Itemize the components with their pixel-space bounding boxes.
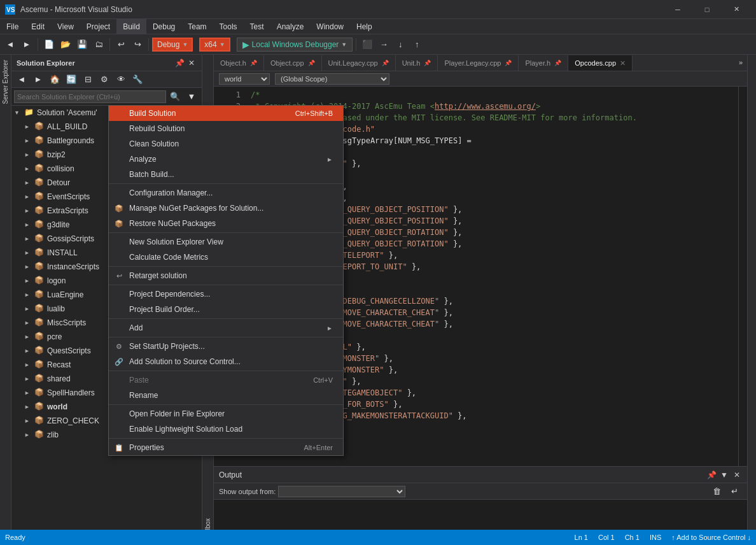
cm-sep-4: [109, 285, 343, 285]
cm-restore-icon: 📦: [114, 218, 124, 229]
cm-new-explorer-view[interactable]: New Solution Explorer View: [109, 234, 343, 250]
cm-build-solution-label: Build Solution: [129, 109, 176, 118]
cm-config-manager[interactable]: Configuration Manager...: [109, 185, 343, 201]
cm-lightweight-load-label: Enable Lightweight Solution Load: [129, 425, 242, 434]
cm-code-metrics[interactable]: Calculate Code Metrics: [109, 250, 343, 265]
cm-add-source-control-label: Add Solution to Source Control...: [129, 357, 241, 366]
cm-source-control-icon: 🔗: [114, 357, 124, 367]
cm-code-metrics-label: Calculate Code Metrics: [129, 253, 208, 262]
cm-sep-7: [109, 371, 343, 371]
cm-clean-solution-label: Clean Solution: [129, 139, 179, 148]
cm-analyze[interactable]: Analyze ►: [109, 152, 343, 167]
cm-sep-3: [109, 266, 343, 267]
cm-add[interactable]: Add ►: [109, 320, 343, 336]
cm-manage-nuget[interactable]: 📦 Manage NuGet Packages for Solution...: [109, 201, 343, 216]
cm-paste[interactable]: Paste Ctrl+V: [109, 372, 343, 388]
cm-rebuild-solution[interactable]: Rebuild Solution: [109, 121, 343, 136]
cm-build-solution[interactable]: Build Solution Ctrl+Shift+B: [109, 106, 343, 121]
cm-rename[interactable]: Rename: [109, 388, 343, 403]
cm-batch-build[interactable]: Batch Build...: [109, 167, 343, 182]
cm-restore-nuget[interactable]: 📦 Restore NuGet Packages: [109, 216, 343, 231]
cm-properties-label: Properties: [129, 443, 164, 452]
cm-project-build-order-label: Project Build Order...: [129, 305, 200, 314]
cm-properties-shortcut: Alt+Enter: [304, 444, 333, 451]
cm-sep-9: [109, 438, 343, 439]
cm-sep-8: [109, 404, 343, 405]
cm-sep-6: [109, 337, 343, 337]
cm-project-dependencies[interactable]: Project Dependencies...: [109, 287, 343, 302]
cm-sep-2: [109, 232, 343, 233]
cm-set-startup[interactable]: ⚙ Set StartUp Projects...: [109, 339, 343, 354]
cm-restore-nuget-label: Restore NuGet Packages: [129, 219, 216, 228]
cm-clean-solution[interactable]: Clean Solution: [109, 136, 343, 152]
cm-sep-5: [109, 318, 343, 319]
cm-startup-icon: ⚙: [114, 341, 124, 351]
cm-analyze-label: Analyze: [129, 155, 157, 164]
cm-rebuild-solution-label: Rebuild Solution: [129, 124, 185, 133]
cm-properties-icon: 📋: [114, 442, 124, 453]
cm-add-source-control[interactable]: 🔗 Add Solution to Source Control...: [109, 354, 343, 369]
cm-manage-nuget-label: Manage NuGet Packages for Solution...: [129, 204, 263, 213]
cm-set-startup-label: Set StartUp Projects...: [129, 342, 205, 351]
cm-open-folder[interactable]: Open Folder in File Explorer: [109, 406, 343, 421]
cm-paste-label: Paste: [129, 376, 149, 385]
cm-paste-shortcut: Ctrl+V: [313, 376, 333, 384]
cm-retarget-icon: ↩: [114, 271, 124, 281]
cm-lightweight-load[interactable]: Enable Lightweight Solution Load: [109, 421, 343, 437]
cm-sep-1: [109, 183, 343, 184]
cm-project-dependencies-label: Project Dependencies...: [129, 290, 210, 299]
cm-open-folder-label: Open Folder in File Explorer: [129, 409, 225, 418]
cm-properties[interactable]: 📋 Properties Alt+Enter: [109, 440, 343, 455]
cm-retarget-label: Retarget solution: [129, 271, 187, 280]
cm-add-label: Add: [129, 323, 143, 332]
cm-analyze-arrow: ►: [326, 156, 333, 163]
cm-config-manager-label: Configuration Manager...: [129, 188, 213, 197]
cm-build-solution-shortcut: Ctrl+Shift+B: [295, 110, 333, 117]
cm-add-arrow: ►: [326, 325, 333, 332]
cm-new-explorer-view-label: New Solution Explorer View: [129, 237, 223, 246]
cm-nuget-icon: 📦: [114, 203, 124, 213]
cm-rename-label: Rename: [129, 391, 158, 400]
cm-retarget[interactable]: ↩ Retarget solution: [109, 268, 343, 283]
context-menu-overlay[interactable]: Build Solution Ctrl+Shift+B Rebuild Solu…: [0, 0, 756, 545]
context-menu: Build Solution Ctrl+Shift+B Rebuild Solu…: [108, 105, 344, 456]
cm-project-build-order[interactable]: Project Build Order...: [109, 302, 343, 317]
cm-batch-build-label: Batch Build...: [129, 170, 174, 179]
